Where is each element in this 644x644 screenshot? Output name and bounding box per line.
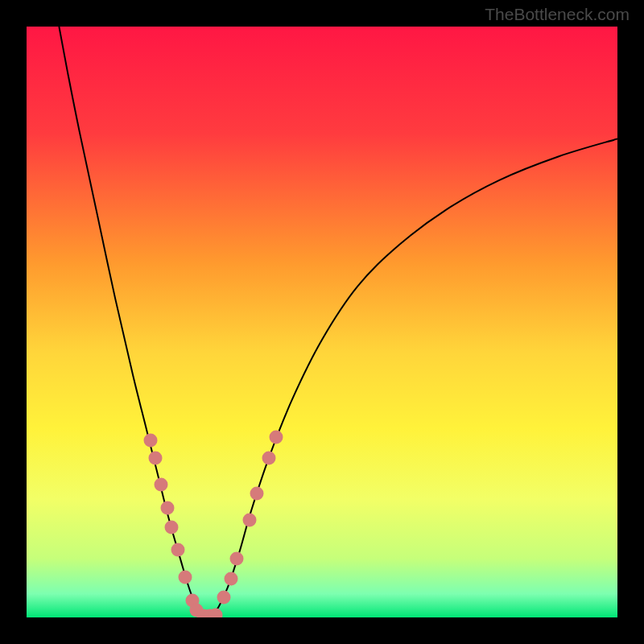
data-point (270, 431, 283, 444)
data-point (230, 551, 244, 565)
data-point (164, 521, 178, 535)
data-point (144, 433, 158, 447)
data-point (243, 513, 257, 526)
data-point (217, 591, 231, 605)
plot-area (27, 27, 617, 617)
data-point (224, 572, 237, 585)
data-point (178, 571, 192, 584)
watermark-text: TheBottleneck.com (485, 5, 630, 24)
bottleneck-curve (27, 27, 617, 617)
data-point (155, 477, 168, 491)
data-point (208, 609, 222, 617)
data-point (262, 451, 275, 464)
data-point (171, 543, 184, 556)
data-point (160, 502, 174, 515)
data-point (149, 451, 163, 464)
data-point (250, 486, 264, 500)
